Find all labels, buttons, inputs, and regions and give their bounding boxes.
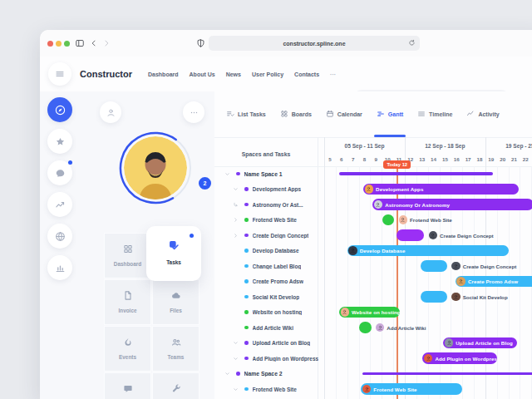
day-number: 22 <box>520 156 531 162</box>
task-label: Website on hosting <box>253 309 303 315</box>
gantt-bar-create-promo-adsw[interactable]: Create Promo Adsw <box>456 276 532 288</box>
tree-row-upload-article-on-blog[interactable]: Upload Article on Blog <box>233 335 326 351</box>
assignee-avatar <box>341 308 350 317</box>
week-separator <box>324 137 325 399</box>
tab-timeline[interactable]: Timeline <box>417 110 452 118</box>
day-number: 17 <box>462 156 474 162</box>
day-number: 20 <box>497 156 509 162</box>
tree-row-add-article-wiki[interactable]: Add Article Wiki <box>233 320 326 336</box>
tree-row-social-kit-develop[interactable]: Social Kit Develop <box>233 289 326 305</box>
nav-item-news[interactable]: News <box>226 71 241 77</box>
tab-calendar[interactable]: Calendar <box>326 110 362 118</box>
gantt-bar-social-kit-develop[interactable] <box>421 291 448 303</box>
gantt-bar-development-apps[interactable]: Development Apps <box>363 184 519 195</box>
rail-item-chat[interactable] <box>47 160 72 185</box>
menu-item-invoice[interactable]: Invoice <box>104 279 151 325</box>
assignee-avatar <box>362 385 372 394</box>
task-bullet <box>244 203 249 207</box>
minimize-window-button[interactable] <box>56 41 62 47</box>
tree-row-develop-database[interactable]: Develop Database <box>233 243 326 259</box>
bar-label: Website on hosting <box>352 309 400 315</box>
tree-row-name-space-2[interactable]: Name Space 2 <box>224 366 318 382</box>
menu-item-files[interactable]: Files <box>152 279 200 325</box>
right-icon <box>233 233 239 239</box>
menu-item-dashboard[interactable]: Dashboard <box>104 233 151 278</box>
tab-label: Boards <box>292 111 312 117</box>
day-gridline <box>336 166 337 399</box>
person-icon <box>106 108 116 117</box>
day-gridline <box>359 166 360 399</box>
menu-item-label: Files <box>153 308 199 313</box>
browser-window: constructor.spline.one Constructor Dashb… <box>40 30 532 399</box>
rail-item-star[interactable] <box>47 129 72 154</box>
nav-item-dashboard[interactable]: Dashboard <box>148 71 179 77</box>
gantt-bar-frotend-web-site[interactable]: Frotend Web Site <box>361 383 462 395</box>
bar-label: Develop Database <box>360 248 406 254</box>
shield-icon[interactable] <box>196 38 205 48</box>
nav-item-user-policy[interactable]: User Policy <box>252 71 283 77</box>
gantt-bar-change-label-blog[interactable] <box>421 260 448 272</box>
gantt-bar-website-on-hosting[interactable]: Website on hosting <box>339 307 400 318</box>
tree-row-name-space-1[interactable]: Name Space 1 <box>224 166 318 182</box>
rail-item-trend[interactable] <box>47 192 72 217</box>
rail-item-globe[interactable] <box>47 224 72 249</box>
forward-icon[interactable] <box>102 39 111 47</box>
sidebar-toggle-icon[interactable] <box>75 38 85 48</box>
spaces-tasks-title: Spaces and Tasks <box>214 143 318 166</box>
tree-row-development-apps[interactable]: Development Apps <box>233 181 326 197</box>
bar-label: Add Plugin on Wordpress <box>435 356 497 362</box>
gantt-bar-develop-database[interactable]: Develop Database <box>347 245 510 257</box>
menu-item-teams[interactable]: Teams <box>152 326 200 372</box>
tree-row-create-promo-adsw[interactable]: Create Promo Adsw <box>233 273 326 289</box>
nav-item-about-us[interactable]: About Us <box>190 71 215 77</box>
tree-row-frotend-web-site[interactable]: Frotend Web Site <box>233 382 326 397</box>
day-number: 21 <box>509 156 520 162</box>
tree-row-frotend-web-site[interactable]: Frotend Web Site <box>233 212 326 228</box>
tree-row-create-deign-concept[interactable]: Create Deign Concept <box>233 228 326 244</box>
gantt-bar-astronomy-or-ast-[interactable]: Astronomy Or Astronomy <box>372 199 532 210</box>
tree-row-change-label-blog[interactable]: Change Label Blog <box>233 259 326 274</box>
task-label: Develop Database <box>253 248 299 254</box>
gantt-bar-create-deign-concept[interactable] <box>397 229 424 241</box>
back-icon[interactable] <box>90 39 98 47</box>
menu-button[interactable] <box>48 62 71 86</box>
nav-more[interactable]: ··· <box>330 71 336 77</box>
url-text: constructor.spline.one <box>283 41 345 47</box>
gantt-icon <box>377 110 385 118</box>
profile-more-button[interactable] <box>183 101 204 123</box>
tree-row-astronomy-or-ast-[interactable]: Astronomy Or Ast... <box>233 197 326 213</box>
tab-gantt[interactable]: Gantt <box>377 110 403 118</box>
avatar-image <box>124 136 187 200</box>
tab-list-tasks[interactable]: List Tasks <box>226 110 266 118</box>
caption-label: Add Article Wiki <box>387 325 426 331</box>
assignee-avatar <box>348 246 357 255</box>
user-avatar[interactable] <box>124 136 187 200</box>
rail-item-compass[interactable] <box>47 97 72 122</box>
trend-icon <box>55 200 66 210</box>
menu-item-message[interactable] <box>104 372 151 399</box>
task-label: Create Promo Adsw <box>253 278 304 284</box>
gantt-bar-upload-article-on-blog[interactable]: Upload Article on Blog <box>443 337 517 349</box>
menu-item-events[interactable]: Events <box>104 326 151 372</box>
app-header: Constructor DashboardAbout UsNewsUser Po… <box>40 57 532 91</box>
gantt-bar-add-plugin-on-wordpress[interactable]: Add Plugin on Wordpress <box>422 352 497 364</box>
rail-item-bank[interactable] <box>47 255 72 280</box>
zoom-window-button[interactable] <box>64 41 70 47</box>
url-bar[interactable]: constructor.spline.one <box>209 36 420 51</box>
profile-panel: 2 Hello Alfred Bryant adrain.nader@yahoo… <box>94 91 214 399</box>
close-window-button[interactable] <box>47 41 53 47</box>
tab-boards[interactable]: Boards <box>280 110 312 118</box>
gantt-bar-add-article-wiki[interactable] <box>359 322 372 333</box>
menu-item-tasks[interactable]: Tasks <box>146 226 201 281</box>
tree-row-website-on-hosting[interactable]: Website on hosting <box>233 304 326 320</box>
task-label: Name Space 2 <box>244 371 283 377</box>
nav-item-contacts[interactable]: Contacts <box>294 71 319 77</box>
icon-rail <box>40 91 95 399</box>
task-bullet <box>244 341 249 345</box>
refresh-icon[interactable] <box>408 39 416 47</box>
tree-row-add-plugin-on-wordpress[interactable]: Add Plugin on Wordpress <box>233 351 326 367</box>
task-label: Social Kit Develop <box>253 294 300 300</box>
profile-person-button[interactable] <box>100 101 121 123</box>
tab-activity[interactable]: Activity <box>466 110 499 118</box>
menu-item-wrench[interactable] <box>152 372 200 399</box>
